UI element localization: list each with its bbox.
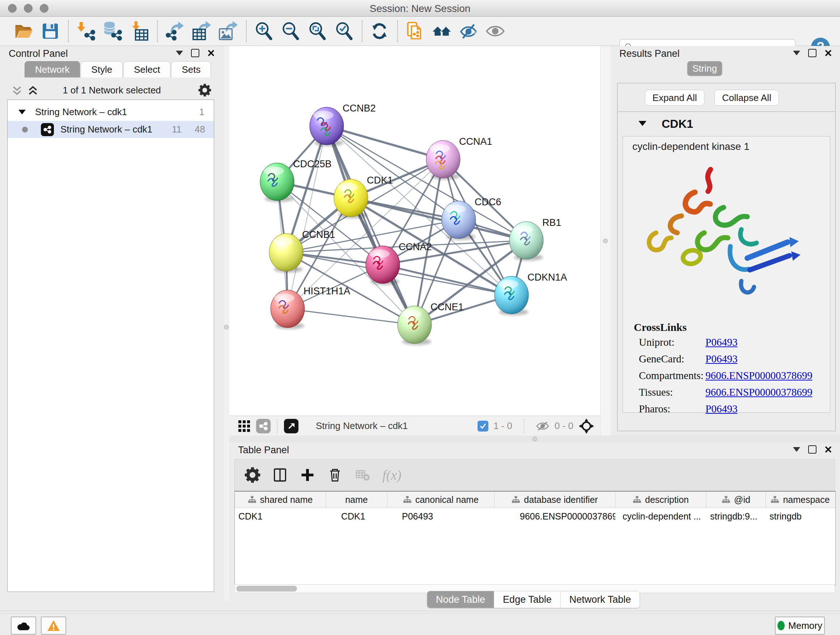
clone-network-button[interactable] [404,20,426,42]
tab-sets[interactable]: Sets [171,61,211,78]
panel-float-icon[interactable] [191,49,199,57]
memory-label: Memory [788,620,822,631]
import-network-button[interactable] [74,20,97,42]
compartments-link[interactable]: 9606.ENSP00000378699 [706,370,813,382]
export-image-button[interactable] [217,20,240,42]
network-row[interactable]: String Network – cdk1 11 48 [8,121,214,138]
column-header-id[interactable]: @id [706,492,766,508]
collapse-all-button[interactable]: Collapse All [714,90,779,106]
zoom-in-button[interactable] [253,20,275,42]
scrollbar-thumb[interactable] [236,586,297,592]
panel-menu-icon[interactable] [793,51,800,55]
panel-menu-icon[interactable] [793,447,800,452]
results-tab-string[interactable]: String [687,61,722,76]
string-network-graph[interactable]: CCNB2CCNA1CDC25BCDK1CDC6RB1CCNB1CCNA2CDK… [229,46,600,416]
vertical-splitter-left[interactable] [224,46,229,601]
crosslinks-heading: CrossLinks [634,321,813,333]
network-canvas[interactable]: CCNB2CCNA1CDC25BCDK1CDC6RB1CCNB1CCNA2CDK… [229,46,600,416]
cloud-status-button[interactable] [11,616,36,635]
string-network-icon [41,123,54,136]
panel-close-icon[interactable] [824,49,832,57]
hide-selected-button[interactable] [457,20,480,42]
column-header-shared-name[interactable]: shared name [235,492,326,508]
pharos-link[interactable]: P06493 [706,403,737,415]
share-icon [259,421,268,431]
trash-icon [327,467,343,483]
uniprot-link[interactable]: P06493 [706,336,737,348]
table-options-button[interactable] [243,465,262,485]
tab-node-table[interactable]: Node Table [427,591,494,608]
table-type-tabs: Node Table Edge Table Network Table [427,591,640,608]
splitter-handle[interactable] [224,325,229,329]
results-panel: Results Panel String Expand All Collapse… [611,46,840,435]
protein-description: cyclin-dependent kinase 1 [632,141,750,152]
tab-network-table[interactable]: Network Table [561,591,640,608]
show-all-button[interactable] [484,20,507,42]
column-header-canonical-name[interactable]: canonical name [387,492,494,508]
protein-details: cyclin-dependent kinase 1 [622,136,830,413]
collection-expander-icon[interactable] [19,110,26,114]
column-header-name[interactable]: name [326,492,387,508]
crosslinks-section: CrossLinks Uniprot: P06493 GeneCard: P06… [634,321,813,420]
first-neighbors-button[interactable] [431,20,453,42]
warnings-button[interactable] [41,616,66,635]
vertical-splitter-right[interactable] [600,46,611,435]
zoom-fit-button[interactable] [306,20,328,42]
cytoscape-window: Session: New Session [0,0,840,635]
branch-icon [512,496,520,504]
tab-edge-table[interactable]: Edge Table [494,591,561,608]
column-header-namespace[interactable]: namespace [766,492,835,508]
control-panel-tabs: Network Style Select Sets [25,61,212,78]
eye-icon [485,21,505,41]
import-network-from-database-button[interactable] [101,20,124,42]
panel-float-icon[interactable] [808,445,816,454]
panel-close-icon[interactable] [824,446,832,453]
network-label: String Network – cdk1 [60,124,152,135]
share-icon [43,125,52,134]
import-table-icon [129,21,149,41]
zoom-out-button[interactable] [279,20,302,42]
panel-float-icon[interactable] [808,49,816,57]
control-panel-title: Control Panel [9,48,68,59]
delete-column-button[interactable] [325,465,345,485]
grid-view-icon[interactable] [238,420,250,432]
function-builder-button-disabled: f(x) [382,467,401,483]
tab-style[interactable]: Style [81,61,123,78]
expand-all-button[interactable]: Expand All [645,90,704,106]
protein-expander-icon[interactable] [638,121,646,126]
create-column-button[interactable] [298,465,317,485]
open-session-button[interactable] [12,20,35,42]
column-header-description[interactable]: description [615,492,706,508]
toolbar-separator [397,20,398,42]
crosshair-icon[interactable] [578,418,594,434]
panel-close-icon[interactable] [207,49,215,57]
horizontal-splitter[interactable] [229,435,840,442]
memory-button[interactable]: Memory [775,616,825,635]
gear-icon [245,467,261,483]
network-selection-summary: 1 of 1 Network selected [0,85,224,96]
splitter-handle[interactable] [603,239,608,243]
show-columns-button[interactable] [270,465,290,485]
tab-select[interactable]: Select [123,61,171,78]
birdseye-view-button[interactable] [284,419,298,433]
toolbar-separator [68,20,69,42]
column-header-database-identifier[interactable]: database identifier [494,492,615,508]
selected-checkbox-icon[interactable] [477,421,488,432]
export-network-icon [164,21,185,41]
tissues-link[interactable]: 9606.ENSP00000378699 [706,386,813,398]
splitter-handle[interactable] [532,437,537,441]
network-options-gear-icon[interactable] [198,84,211,97]
export-network-button[interactable] [164,20,186,42]
export-table-button[interactable] [190,20,213,42]
protein-section-header[interactable]: CDK1 [617,112,835,135]
refresh-layout-button[interactable] [368,20,391,42]
save-session-button[interactable] [39,20,62,42]
tab-network[interactable]: Network [25,61,80,78]
panel-menu-icon[interactable] [176,51,183,55]
table-row[interactable]: CDK1 CDK1 P06493 9606.ENSP00000378699 cy… [235,508,835,524]
genecard-link[interactable]: P06493 [706,353,737,365]
import-table-button[interactable] [128,20,150,42]
table-header-row: shared name name canonical name database… [235,492,835,508]
zoom-selected-button[interactable] [333,20,355,42]
network-collection-row[interactable]: String Network – cdk1 1 [8,103,214,120]
